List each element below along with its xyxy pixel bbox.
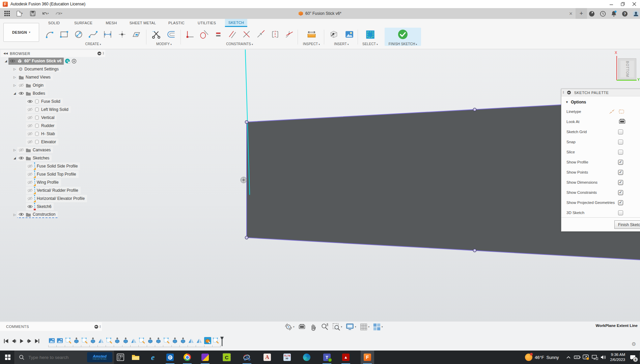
- browser-item-bodies[interactable]: ◢Bodies: [1, 89, 105, 97]
- taskbar-search[interactable]: Amsted INDUSTRIES: [15, 351, 114, 364]
- tree-expand-icon[interactable]: ▷: [12, 148, 17, 152]
- timeline-feature-mirror-19[interactable]: [196, 337, 203, 344]
- curvature-tool-icon[interactable]: [283, 28, 295, 40]
- timeline-feature-mirror-18[interactable]: [188, 337, 195, 344]
- taskbar-app-edge[interactable]: [300, 351, 313, 364]
- tree-expand-icon[interactable]: ◢: [12, 92, 17, 95]
- weather-widget[interactable]: 46°F Sunny: [525, 351, 559, 364]
- browser-item-vertical[interactable]: Vertical: [1, 114, 105, 122]
- taskbar-app-acrobat[interactable]: ▲: [339, 351, 353, 364]
- tangent-tool-icon[interactable]: [198, 28, 210, 40]
- browser-item-horizontal-elevator-profile[interactable]: Horizontal/ Elevator Profile: [1, 194, 105, 203]
- timeline-feature-extrude-14[interactable]: [155, 337, 162, 344]
- browser-item-elevator[interactable]: Elevator: [1, 138, 105, 146]
- browser-item-60-fusion-stick-v6[interactable]: ◢60" Fusion Stick v6C: [1, 57, 105, 65]
- timeline-feature-edit-sketch-20[interactable]: [204, 337, 211, 344]
- visibility-eye-off-icon[interactable]: [27, 180, 33, 184]
- show-points-checkbox[interactable]: [618, 170, 623, 175]
- taskbar-app-chrome[interactable]: [180, 351, 194, 364]
- timeline-feature-sketch-21[interactable]: [212, 337, 219, 344]
- navbar-zoom-window-icon[interactable]: ▾: [331, 323, 343, 331]
- palette-grip-handle[interactable]: ‖: [563, 91, 564, 94]
- visibility-eye-off-icon[interactable]: [27, 132, 33, 136]
- ribbon-tab-surface[interactable]: SURFACE: [71, 19, 96, 27]
- visibility-eye-off-icon[interactable]: [19, 148, 24, 152]
- circle-tool-icon[interactable]: [73, 28, 84, 40]
- timeline-feature-sketch-12[interactable]: [138, 337, 145, 344]
- palette-options-section[interactable]: ▼ Options: [561, 98, 640, 107]
- visibility-eye-off-icon[interactable]: [27, 196, 33, 201]
- equal-tool-icon[interactable]: [213, 28, 224, 40]
- tray-chevron-up-icon[interactable]: [564, 351, 573, 364]
- timeline-skip-to-start[interactable]: [3, 338, 9, 344]
- visibility-eye-off-icon[interactable]: [27, 116, 33, 120]
- network-icon[interactable]: [590, 351, 599, 364]
- visibility-eye-off-icon[interactable]: [27, 172, 33, 176]
- ribbon-tab-sheet-metal[interactable]: SHEET METAL: [126, 19, 160, 27]
- ribbon-tab-mesh[interactable]: MESH: [103, 19, 120, 27]
- timeline-feature-extrude-17[interactable]: [179, 337, 187, 344]
- search-input[interactable]: [28, 355, 80, 360]
- visibility-eye-icon[interactable]: [19, 156, 24, 160]
- tree-expand-icon[interactable]: ▷: [12, 213, 17, 216]
- user-avatar[interactable]: [632, 10, 640, 18]
- slice-checkbox[interactable]: [618, 150, 623, 155]
- origin-widget[interactable]: [241, 177, 247, 183]
- taskbar-app-green-c-app[interactable]: C: [220, 351, 233, 364]
- navbar-grid-display-icon[interactable]: ▾: [359, 323, 371, 331]
- browser-item-sketch6[interactable]: Sketch6: [1, 203, 105, 211]
- snap-checkbox[interactable]: [618, 140, 623, 145]
- taskbar-app-outlook[interactable]: O: [163, 351, 177, 364]
- activate-target-icon[interactable]: [72, 59, 77, 64]
- construction-linetype-icon[interactable]: [609, 108, 615, 115]
- centerline-linetype-icon[interactable]: [618, 108, 625, 115]
- ribbon-tab-plastic[interactable]: PLASTIC: [165, 19, 188, 27]
- select-marquee-tool-icon[interactable]: [364, 28, 376, 40]
- look-at-button[interactable]: [618, 118, 626, 125]
- visibility-eye-icon[interactable]: [10, 59, 15, 63]
- timeline-feature-mirror-7[interactable]: [98, 337, 105, 344]
- timeline-feature-extrude-6[interactable]: [89, 337, 96, 344]
- browser-item-fuse-solid[interactable]: Fuse Solid: [1, 97, 105, 105]
- browser-header[interactable]: ◀◀ BROWSER ‖: [1, 50, 105, 57]
- viewcube-face-bottom[interactable]: BOTTOM: [618, 58, 636, 80]
- taskbar-app-autocad[interactable]: A: [260, 351, 274, 364]
- browser-item-document-settings[interactable]: ▷⚙Document Settings: [1, 65, 105, 73]
- visibility-eye-icon[interactable]: [19, 91, 24, 95]
- measure-tool-icon[interactable]: [306, 28, 317, 40]
- recent-activity-clock-icon[interactable]: [599, 10, 607, 18]
- taskbar-app-snipping-tool[interactable]: [240, 351, 254, 364]
- timeline-feature-sketch-5[interactable]: [81, 337, 88, 344]
- timeline-feature-sketch-15[interactable]: [163, 337, 170, 344]
- document-tab[interactable]: 60" Fusion Stick v6*: [0, 8, 640, 19]
- coincident-tool-icon[interactable]: [184, 28, 196, 40]
- job-status-icon[interactable]: [588, 10, 595, 18]
- canvas-image-tool-icon[interactable]: [343, 28, 355, 40]
- browser-item-h-stab[interactable]: H- Stab: [1, 130, 105, 138]
- trim-tool-icon[interactable]: [150, 28, 162, 40]
- timeline-feature-extrude-4[interactable]: [73, 337, 80, 344]
- arc-tool-icon[interactable]: [44, 28, 55, 40]
- group-label-insert[interactable]: INSERT: [326, 42, 357, 46]
- help-icon[interactable]: ?: [621, 10, 629, 18]
- taskbar-app-fusion-360[interactable]: F: [361, 351, 374, 364]
- browser-collapse-icon[interactable]: [98, 52, 101, 55]
- timeline-feature-extrude-16[interactable]: [171, 337, 178, 344]
- tree-expand-icon[interactable]: ◢: [12, 156, 17, 160]
- timeline-feature-mirror-11[interactable]: [130, 337, 137, 344]
- comments-grip-handle[interactable]: ‖: [100, 325, 101, 329]
- taskbar-app-internet-explorer[interactable]: e: [146, 351, 160, 364]
- visibility-eye-off-icon[interactable]: [27, 140, 33, 144]
- undo-icon[interactable]: ▾: [39, 9, 51, 18]
- timeline-feature-extrude-13[interactable]: [147, 337, 154, 344]
- visibility-eye-icon[interactable]: [19, 212, 24, 216]
- document-tab-close-icon[interactable]: ✕: [567, 10, 574, 17]
- timeline-position-marker[interactable]: [220, 336, 224, 346]
- spline-tool-icon[interactable]: [87, 28, 99, 40]
- browser-item-rudder[interactable]: Rudder: [1, 122, 105, 130]
- workspace-design-menu[interactable]: DESIGN▾: [3, 23, 39, 42]
- screen-share-icon[interactable]: [582, 351, 590, 364]
- show-dimensions-checkbox[interactable]: [618, 180, 623, 185]
- speaker-volume-icon[interactable]: [599, 351, 608, 364]
- visibility-eye-off-icon[interactable]: [27, 124, 33, 128]
